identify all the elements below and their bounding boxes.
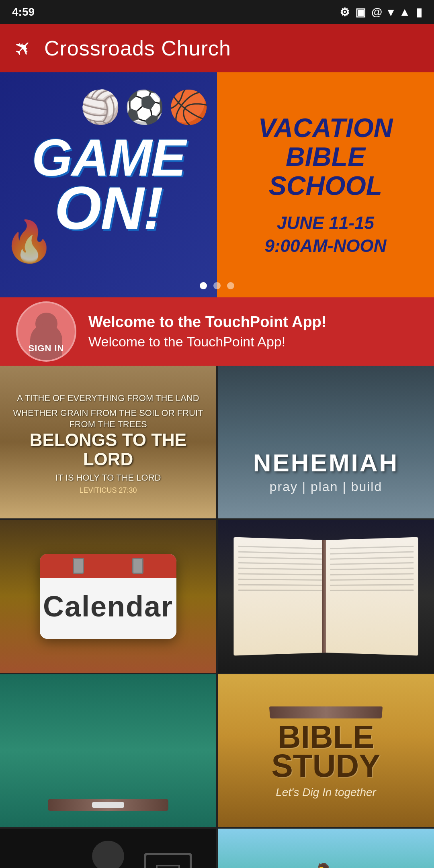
grid-item-tithe[interactable]: A TITHE OF EVERYTHING FROM THE LAND WHET…: [0, 366, 216, 518]
signal-icon: ▲: [399, 6, 410, 18]
grid-item-bible[interactable]: [218, 520, 434, 673]
sports-icons: 🏐 ⚽ 🏀: [80, 88, 209, 126]
avatar-circle[interactable]: SIGN IN: [16, 301, 76, 362]
vbs-content: VACATION BIBLE SCHOOL JUNE 11-15 9:00AM-…: [233, 113, 418, 257]
wifi-icon: ▾: [388, 6, 393, 19]
avatar-body: [30, 324, 62, 360]
settings-icon: ⚙: [340, 6, 350, 19]
status-right: ⚙ ▣ @ ▾ ▲ ▮: [340, 6, 422, 19]
bs-content: BIBLE STUDY Let's Dig In together: [218, 694, 434, 807]
calendar-label: Calendar: [43, 590, 173, 623]
bs-book: [269, 706, 383, 719]
cross-arrow-icon: ✈: [8, 33, 38, 63]
welcome-title: Welcome to the TouchPoint App!: [88, 313, 418, 331]
calendar-rings: [73, 558, 143, 574]
vbs-date: JUNE 11-15 9:00AM-NOON: [233, 211, 418, 257]
person-silhouette: [64, 841, 152, 868]
time-display: 4:59: [12, 6, 35, 18]
bible-lines-left: [238, 546, 322, 595]
person-head: [92, 841, 124, 868]
status-left: 4:59: [12, 6, 35, 18]
grid-item-welcome[interactable]: 🚶: [218, 829, 434, 868]
at-icon: @: [371, 6, 382, 18]
bible-right-page: [326, 537, 418, 655]
welcome-banner[interactable]: SIGN IN Welcome to the TouchPoint App! W…: [0, 297, 434, 366]
sim-icon: ▣: [355, 6, 366, 19]
status-bar: 4:59 ⚙ ▣ @ ▾ ▲ ▮: [0, 0, 434, 24]
checkin-card-graphic: [144, 853, 192, 868]
open-bible: [237, 540, 414, 653]
grid-container: A TITHE OF EVERYTHING FROM THE LAND WHET…: [0, 366, 434, 868]
banner-vbs: VACATION BIBLE SCHOOL JUNE 11-15 9:00AM-…: [217, 72, 434, 297]
tithe-line2: WHETHER GRAIN FROM THE SOIL OR FRUIT FRO…: [8, 407, 208, 430]
grid-item-checkin[interactable]: [0, 829, 216, 868]
slider-dots: [200, 282, 234, 289]
bs-title: BIBLE STUDY: [226, 723, 426, 780]
fire-icon: 🔥: [4, 218, 54, 265]
game-on-text: GAME ON!: [32, 134, 185, 235]
tithe-line5: LEVITICUS 27:30: [8, 486, 208, 495]
volleyball-icon: 🏐: [80, 88, 121, 126]
bible-left-page: [233, 537, 326, 655]
ring-right: [132, 558, 143, 574]
soccer-icon: ⚽: [125, 88, 165, 126]
nehemiah-sub: pray | plan | build: [253, 479, 399, 494]
grid-item-calendar[interactable]: Calendar: [0, 520, 216, 673]
ring-left: [73, 558, 84, 574]
banner-inner: 🏐 ⚽ 🏀 🔥 GAME ON! VACATION BIBLE SCHOOL J…: [0, 72, 434, 297]
vbs-vacation: VACATION BIBLE SCHOOL: [258, 113, 393, 201]
dot-2[interactable]: [213, 282, 221, 289]
grid-item-chalkboard[interactable]: [0, 674, 216, 827]
nehemiah-text: NEHEMIAH pray | plan | build: [253, 448, 399, 494]
grid-item-bible-study[interactable]: BIBLE STUDY Let's Dig In together: [218, 674, 434, 827]
dot-3[interactable]: [227, 282, 234, 289]
bible-lines-right: [330, 546, 414, 595]
nehemiah-title: NEHEMIAH: [253, 448, 399, 477]
dot-1[interactable]: [200, 282, 207, 289]
bs-sub: Let's Dig In together: [226, 786, 426, 799]
nehemiah-bg: [218, 366, 434, 518]
tithe-line3: BELONGS TO THE LORD: [8, 430, 208, 469]
tithe-line1: A TITHE OF EVERYTHING FROM THE LAND: [8, 393, 208, 404]
tithe-text: A TITHE OF EVERYTHING FROM THE LAND WHET…: [0, 381, 216, 503]
checkin-inner: [156, 865, 180, 868]
calendar-body: Calendar: [40, 578, 176, 639]
app-bar: ✈ Crossroads Church: [0, 24, 434, 72]
chalk-piece: [92, 802, 124, 808]
tithe-line4: IT IS HOLY TO THE LORD: [8, 472, 208, 484]
basketball-icon: 🏀: [169, 88, 209, 126]
chalk-tray: [48, 799, 168, 811]
grid-item-nehemiah[interactable]: NEHEMIAH pray | plan | build: [218, 366, 434, 518]
welcome-text-container: Welcome to the TouchPoint App! Welcome t…: [88, 313, 418, 350]
battery-icon: ▮: [416, 6, 422, 19]
welcome-figure: 🚶: [278, 861, 374, 868]
banner-game-on: 🏐 ⚽ 🏀 🔥 GAME ON!: [0, 72, 217, 297]
welcome-subtitle: Welcome to the TouchPoint App!: [88, 334, 418, 350]
welcome-graphic: 🚶: [278, 861, 374, 868]
sign-in-label[interactable]: SIGN IN: [29, 343, 64, 354]
calendar-header: [40, 554, 176, 578]
calendar-widget: Calendar: [40, 554, 176, 639]
app-title: Crossroads Church: [44, 36, 231, 60]
banner-slider[interactable]: 🏐 ⚽ 🏀 🔥 GAME ON! VACATION BIBLE SCHOOL J…: [0, 72, 434, 297]
vbs-title: VACATION BIBLE SCHOOL: [233, 113, 418, 199]
